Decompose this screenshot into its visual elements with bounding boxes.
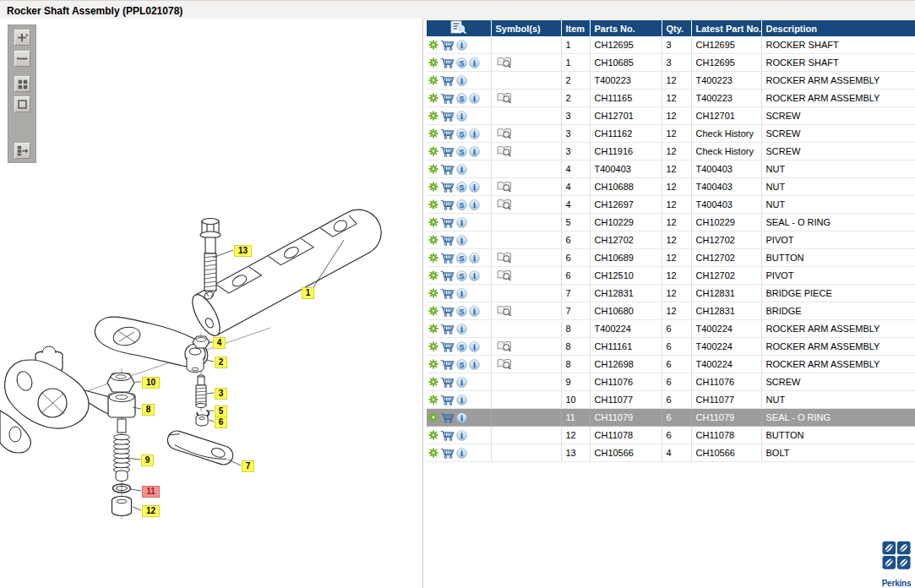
- gear-icon[interactable]: [428, 253, 438, 263]
- part-callout-5[interactable]: 5: [215, 406, 227, 417]
- table-row[interactable]: 4T40040312T400403NUT: [427, 161, 915, 178]
- part-callout-3[interactable]: 3: [215, 388, 227, 400]
- info-icon[interactable]: [469, 253, 480, 264]
- gear-icon[interactable]: [428, 93, 438, 103]
- table-row[interactable]: 12CH110786CH11078BUTTON: [427, 427, 915, 444]
- symbol-preview-icon[interactable]: [497, 181, 512, 193]
- s-badge-icon[interactable]: [456, 306, 467, 317]
- table-row[interactable]: 10CH110776CH11077NUT: [427, 391, 915, 409]
- cart-icon[interactable]: [440, 395, 455, 406]
- gear-icon[interactable]: [428, 306, 438, 316]
- gear-icon[interactable]: [428, 199, 438, 210]
- gear-icon[interactable]: [428, 324, 438, 334]
- s-badge-icon[interactable]: [456, 57, 467, 68]
- info-icon[interactable]: [469, 306, 480, 317]
- zoom-window-button[interactable]: [14, 96, 30, 112]
- table-row[interactable]: 3CH1191612Check HistorySCREW: [427, 143, 915, 161]
- cart-icon[interactable]: [440, 111, 455, 122]
- part-callout-8[interactable]: 8: [142, 404, 155, 416]
- table-row[interactable]: 8T4002246T400224ROCKER ARM ASSEMBLY: [427, 320, 915, 338]
- symbol-preview-icon[interactable]: [497, 358, 512, 370]
- info-icon[interactable]: [469, 146, 480, 157]
- info-icon[interactable]: [456, 395, 467, 406]
- assembly-diagram[interactable]: [0, 19, 422, 588]
- cart-icon[interactable]: [440, 324, 455, 335]
- s-badge-icon[interactable]: [456, 182, 467, 193]
- table-row[interactable]: 6CH1251012CH12702PIVOT: [427, 267, 915, 285]
- symbol-preview-icon[interactable]: [497, 128, 512, 139]
- gear-icon[interactable]: [428, 395, 438, 405]
- symbol-preview-icon[interactable]: [497, 340, 512, 352]
- gear-icon[interactable]: [428, 288, 438, 298]
- table-row[interactable]: 6CH1068912CH12702BUTTON: [427, 249, 915, 267]
- cart-icon[interactable]: [440, 128, 455, 139]
- cart-icon[interactable]: [440, 253, 455, 264]
- cart-icon[interactable]: [440, 341, 455, 352]
- toggle-parts-panel-button[interactable]: [14, 143, 30, 159]
- table-row[interactable]: 13CH105664CH10566BOLT: [427, 444, 915, 462]
- info-icon[interactable]: [469, 341, 480, 352]
- symbol-preview-icon[interactable]: [497, 199, 512, 210]
- table-row[interactable]: 4CH1269712T400403NUT: [427, 196, 915, 214]
- gear-icon[interactable]: [428, 270, 438, 280]
- info-icon[interactable]: [469, 199, 480, 210]
- table-row[interactable]: 4CH1068812T400403NUT: [427, 178, 915, 196]
- table-row[interactable]: 11CH110796CH11079SEAL - O RING: [427, 409, 915, 427]
- gear-icon[interactable]: [428, 359, 438, 369]
- table-row[interactable]: 3CH1270112CH12701SCREW: [427, 107, 915, 125]
- symbol-preview-icon[interactable]: [497, 270, 512, 281]
- table-row[interactable]: 8CH126986T400224ROCKER ARM ASSEMBLY: [427, 356, 915, 373]
- table-row[interactable]: 5CH1022912CH10229SEAL - O RING: [427, 214, 915, 231]
- info-icon[interactable]: [456, 377, 467, 388]
- cart-icon[interactable]: [440, 57, 455, 68]
- info-icon[interactable]: [469, 93, 480, 104]
- gear-icon[interactable]: [428, 146, 438, 156]
- gear-icon[interactable]: [428, 217, 438, 227]
- info-icon[interactable]: [456, 217, 467, 228]
- pane-divider[interactable]: [422, 19, 423, 588]
- symbol-preview-icon[interactable]: [497, 252, 512, 264]
- info-icon[interactable]: [456, 75, 467, 86]
- s-badge-icon[interactable]: [456, 93, 467, 104]
- cart-icon[interactable]: [440, 359, 455, 370]
- info-icon[interactable]: [469, 128, 480, 139]
- cart-icon[interactable]: [440, 306, 455, 317]
- gear-icon[interactable]: [428, 111, 438, 121]
- part-callout-6[interactable]: 6: [215, 416, 227, 428]
- symbol-preview-icon[interactable]: [497, 92, 512, 104]
- table-row[interactable]: 2T40022312T400223ROCKER ARM ASSEMBLY: [427, 72, 915, 90]
- gear-icon[interactable]: [428, 341, 438, 351]
- table-row[interactable]: 1CH106853CH12695ROCKER SHAFT: [427, 54, 915, 72]
- cart-icon[interactable]: [440, 75, 455, 86]
- info-icon[interactable]: [456, 235, 467, 246]
- s-badge-icon[interactable]: [456, 341, 467, 352]
- zoom-in-button[interactable]: [14, 30, 30, 46]
- table-row[interactable]: 2CH1116512T400223ROCKER ARM ASSEMBLY: [427, 90, 915, 107]
- gear-icon[interactable]: [428, 377, 438, 387]
- info-icon[interactable]: [456, 40, 467, 51]
- info-icon[interactable]: [456, 324, 467, 335]
- cart-icon[interactable]: [440, 288, 455, 299]
- gear-icon[interactable]: [428, 182, 438, 192]
- table-row[interactable]: 3CH1116212Check HistorySCREW: [427, 125, 915, 143]
- cart-icon[interactable]: [440, 217, 455, 228]
- gear-icon[interactable]: [428, 40, 438, 50]
- symbol-preview-icon[interactable]: [497, 57, 512, 68]
- cart-icon[interactable]: [440, 40, 455, 51]
- part-callout-4[interactable]: 4: [213, 337, 226, 349]
- table-row[interactable]: 7CH1068012CH12831BRIDGE: [427, 302, 915, 320]
- cart-icon[interactable]: [440, 182, 455, 193]
- gear-icon[interactable]: [428, 164, 438, 174]
- gear-icon[interactable]: [428, 412, 438, 422]
- part-callout-13[interactable]: 13: [234, 245, 252, 257]
- gear-icon[interactable]: [428, 235, 438, 245]
- info-icon[interactable]: [469, 182, 480, 193]
- gear-icon[interactable]: [428, 57, 438, 68]
- cart-icon[interactable]: [440, 412, 455, 423]
- table-row[interactable]: 1CH126953CH12695ROCKER SHAFT: [427, 36, 915, 54]
- cart-icon[interactable]: [440, 164, 455, 175]
- table-row[interactable]: 9CH110766CH11076SCREW: [427, 373, 915, 391]
- part-callout-12[interactable]: 12: [142, 505, 160, 517]
- gear-icon[interactable]: [428, 448, 438, 458]
- s-badge-icon[interactable]: [456, 253, 467, 264]
